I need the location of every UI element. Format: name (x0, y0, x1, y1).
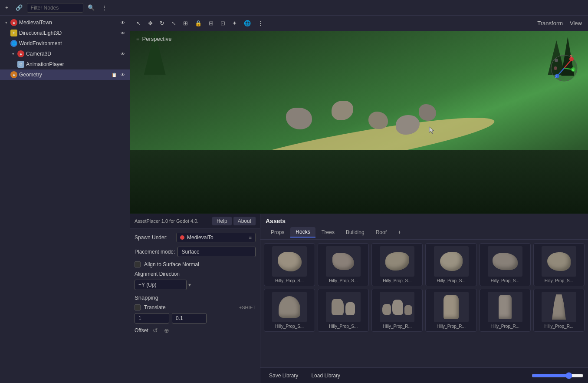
spawn-under-value[interactable]: MedievalTo ≡ (176, 233, 256, 242)
visibility-icon-camera3d[interactable]: 👁 (119, 50, 126, 57)
tree-item-directionallight[interactable]: ✦ DirectionalLight3D 👁 (0, 28, 130, 38)
offset-label: Offset (135, 327, 148, 333)
translate-row: Translate +SHIFT (135, 304, 256, 310)
expand-arrow-camera[interactable]: ▾ (10, 51, 16, 56)
arch-shape-r7 (279, 296, 300, 318)
tree-item-medievaltown[interactable]: ▾ ● MedievalTown 👁 (0, 17, 130, 28)
asset-item-r3[interactable]: Hilly_Prop_S... (371, 243, 423, 286)
tree-item-camera3d[interactable]: ▾ ● Camera3D 👁 (0, 49, 130, 59)
transform-button[interactable]: Transform (535, 18, 565, 28)
asset-item-r12[interactable]: Hilly_Prop_R... (533, 289, 585, 332)
translate-label: Translate (144, 304, 236, 310)
asset-label-r7: Hilly_Prop_S... (267, 324, 312, 329)
rock-shape-r4 (440, 252, 463, 271)
offset-row: Offset ↺ ⊕ (135, 326, 256, 335)
load-library-button[interactable]: Load Library (307, 371, 345, 380)
spawn-under-icon: ≡ (249, 235, 252, 240)
offset-reset-button[interactable]: ↺ (151, 326, 160, 335)
filter-nodes-input[interactable] (27, 3, 83, 13)
sky-button[interactable]: 🌐 (241, 18, 253, 28)
search-button[interactable]: 🔍 (85, 3, 97, 13)
assets-title: Assets (266, 218, 583, 225)
sculpt-button[interactable]: ✦ (230, 18, 240, 28)
double-rock-r8 (332, 299, 355, 315)
tree-item-worldenvironment[interactable]: 🌐 WorldEnvironment (0, 38, 130, 49)
tab-props[interactable]: Props (266, 228, 289, 237)
tab-trees[interactable]: Trees (316, 228, 340, 237)
tab-rocks[interactable]: Rocks (290, 227, 315, 238)
bottom-section: AssetPlacer 1.0 for Godot 4.0. Help Abou… (130, 214, 588, 383)
panel-header: AssetPlacer 1.0 for Godot 4.0. Help Abou… (130, 214, 260, 228)
asset-thumb-r1 (272, 246, 307, 277)
asset-item-r9[interactable]: Hilly_Prop_R... (371, 289, 423, 332)
node-icon-camera3d: ● (17, 50, 24, 57)
visibility-icon-geometry[interactable]: 👁 (119, 71, 126, 78)
asset-item-r2[interactable]: Hilly_Prop_S... (318, 243, 369, 286)
tree-label-medievaltown: MedievalTown (19, 20, 118, 26)
svg-point-11 (554, 66, 557, 70)
snap-local-button[interactable]: ⊞ (181, 18, 191, 28)
statue-r12 (552, 294, 566, 320)
move-tool-button[interactable]: ✥ (145, 18, 155, 28)
translate-checkbox[interactable] (135, 304, 141, 310)
asset-thumb-r2 (326, 246, 361, 277)
viewport-label: ≡ Perspective (136, 36, 172, 42)
viewport-gizmo[interactable]: Y X Z (549, 53, 579, 83)
placement-mode-select[interactable]: Surface Normal Fixed Height (177, 247, 256, 257)
tree-item-animationplayer[interactable]: ⚙ AnimationPlayer (0, 59, 130, 69)
asset-item-r1[interactable]: Hilly_Prop_S... (264, 243, 315, 286)
asset-item-r4[interactable]: Hilly_Prop_S... (425, 243, 476, 286)
asset-item-r6[interactable]: Hilly_Prop_S... (533, 243, 585, 286)
asset-thumb-r3 (380, 246, 414, 277)
asset-item-r8[interactable]: Hilly_Prop_S... (318, 289, 369, 332)
asset-label-r1: Hilly_Prop_S... (267, 278, 312, 283)
translate-step-input[interactable] (172, 313, 207, 324)
rock-small-1 (382, 304, 391, 315)
node-icon-geometry: ● (10, 71, 17, 78)
transform-extra-button[interactable]: ⊡ (218, 18, 228, 28)
export-icon-geometry[interactable]: 📋 (111, 71, 118, 78)
asset-label-r12: Hilly_Prop_R... (536, 324, 581, 329)
expand-arrow[interactable]: ▾ (3, 20, 9, 25)
scale-tool-button[interactable]: ⤡ (169, 18, 179, 28)
grid-button[interactable]: ⊞ (206, 18, 216, 28)
tree-item-geometry[interactable]: ● Geometry 📋 👁 (0, 69, 130, 80)
zoom-slider[interactable] (532, 372, 584, 379)
rock-shape-r6 (547, 252, 571, 271)
asset-item-r10[interactable]: Hilly_Prop_R... (425, 289, 476, 332)
tree-label-animationplayer: AnimationPlayer (26, 61, 126, 67)
more-viewport-button[interactable]: ⋮ (255, 18, 266, 28)
viewport[interactable]: ≡ Perspective Y X Z (130, 31, 588, 214)
asset-item-r5[interactable]: Hilly_Prop_S... (480, 243, 531, 286)
select-tool-button[interactable]: ↖ (134, 18, 144, 28)
translate-value-input[interactable] (135, 313, 169, 324)
align-surface-checkbox[interactable] (135, 261, 141, 267)
add-node-button[interactable]: + (3, 3, 11, 13)
offset-add-button[interactable]: ⊕ (162, 326, 171, 335)
tree-label-camera3d: Camera3D (26, 51, 118, 57)
tree-label-worldenv: WorldEnvironment (19, 40, 126, 46)
link-button[interactable]: 🔗 (13, 3, 25, 13)
visibility-icon-directionallight[interactable]: 👁 (119, 30, 126, 36)
rotate-tool-button[interactable]: ↻ (157, 18, 167, 28)
about-button[interactable]: About (233, 217, 256, 225)
asset-item-r11[interactable]: Hilly_Prop_R... (480, 289, 531, 332)
lock-button[interactable]: 🔒 (192, 18, 204, 28)
view-button[interactable]: View (567, 18, 585, 28)
alignment-direction-section: Alignment Direction +Y (Up) -Y (Down) +X… (135, 271, 256, 290)
help-button[interactable]: Help (212, 217, 232, 225)
asset-placer-version: AssetPlacer 1.0 for Godot 4.0. (135, 218, 198, 224)
asset-label-r11: Hilly_Prop_R... (483, 324, 528, 329)
pillar-r10 (443, 295, 459, 319)
svg-text:Z: Z (555, 75, 558, 79)
tab-roof[interactable]: Roof (371, 228, 392, 237)
save-library-button[interactable]: Save Library (265, 371, 302, 380)
tab-add[interactable]: + (393, 228, 406, 237)
alignment-direction-select[interactable]: +Y (Up) -Y (Down) +X (Right) -X (Left) (135, 280, 187, 290)
tab-building[interactable]: Building (341, 228, 370, 237)
rock-shape-r1 (278, 252, 302, 271)
terrain-dark (130, 150, 588, 214)
visibility-icon-medievaltown[interactable]: 👁 (119, 19, 126, 26)
asset-item-r7[interactable]: Hilly_Prop_S... (264, 289, 315, 332)
more-options-button[interactable]: ⋮ (99, 3, 110, 13)
